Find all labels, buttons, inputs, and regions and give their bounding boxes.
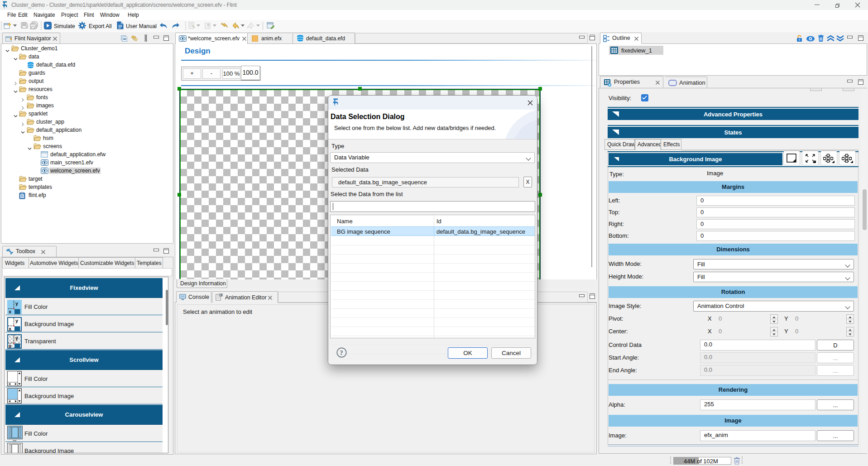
svg-text:x: x xyxy=(9,326,12,331)
svg-text:?: ? xyxy=(340,350,343,356)
svg-text:y: y xyxy=(15,318,19,323)
svg-text:y: y xyxy=(15,301,19,306)
svg-text:x: x xyxy=(9,309,12,314)
svg-text:...: ... xyxy=(13,437,17,441)
svg-text:y: y xyxy=(15,335,19,341)
svg-text:x: x xyxy=(9,343,12,349)
